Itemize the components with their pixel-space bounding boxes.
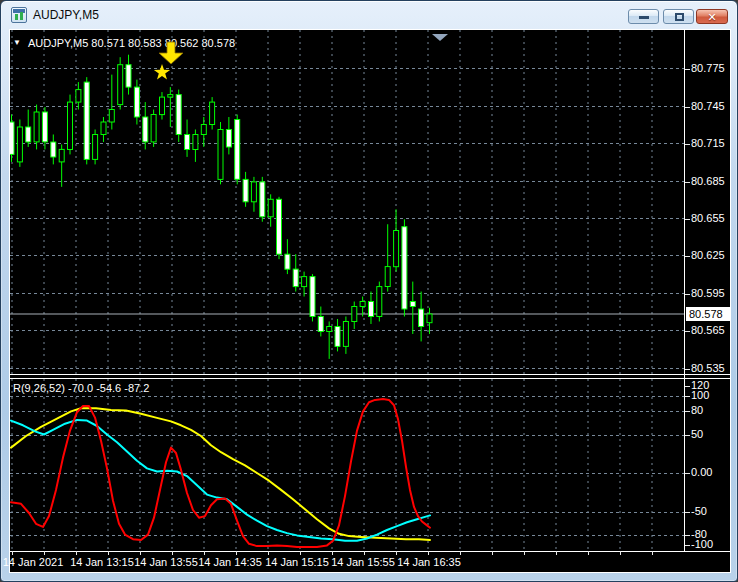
axis-tick xyxy=(364,551,365,555)
indicator-tick-label: 100 xyxy=(691,389,709,401)
axis-tick xyxy=(685,219,690,220)
axis-tick xyxy=(685,107,690,108)
star-marker-icon[interactable] xyxy=(154,64,170,79)
axis-tick xyxy=(460,551,461,555)
indicator-line-R-mid xyxy=(11,420,430,541)
price-tick-label: 80.775 xyxy=(691,62,725,74)
time-axis-label: 14 Jan 15:55 xyxy=(331,556,395,568)
axis-tick xyxy=(12,551,13,555)
axis-tick xyxy=(172,551,173,555)
indicator-tick-label: -100 xyxy=(691,538,713,550)
axis-tick xyxy=(685,512,690,513)
time-axis-label: 14 Jan 13:55 xyxy=(134,556,198,568)
axis-tick xyxy=(140,551,141,555)
time-axis-label: 14 Jan 2021 xyxy=(3,556,64,568)
axis-tick xyxy=(685,331,690,332)
indicator-line-R-slow xyxy=(11,408,430,540)
time-axis-label: 14 Jan 13:15 xyxy=(70,556,134,568)
axis-tick xyxy=(268,551,269,555)
indicator-tick-label: 0.00 xyxy=(691,466,712,478)
axis-tick xyxy=(492,551,493,555)
price-tick-label: 80.655 xyxy=(691,212,725,224)
pane-splitter-bottom[interactable] xyxy=(9,378,731,379)
price-tick-label: 80.535 xyxy=(691,362,725,374)
indicator-tick-label: 80 xyxy=(691,404,703,416)
price-tick-label: 80.565 xyxy=(691,324,725,336)
axis-tick xyxy=(685,294,690,295)
time-axis-separator xyxy=(9,551,731,552)
time-axis-label: 14 Jan 14:35 xyxy=(198,556,262,568)
axis-tick xyxy=(76,551,77,555)
time-axis-label: 14 Jan 16:35 xyxy=(397,556,461,568)
axis-tick xyxy=(236,551,237,555)
chart-canvas[interactable] xyxy=(1,1,738,582)
axis-tick xyxy=(620,551,621,555)
indicator-pane-grid xyxy=(10,379,684,551)
axis-tick xyxy=(685,386,690,387)
price-tick-label: 80.595 xyxy=(691,287,725,299)
indicator-tick-label: 50 xyxy=(691,428,703,440)
axis-tick xyxy=(685,256,690,257)
axis-tick xyxy=(685,545,690,546)
current-price-badge: 80.578 xyxy=(686,307,730,321)
axis-tick xyxy=(685,182,690,183)
axis-tick xyxy=(685,69,690,70)
axis-tick xyxy=(556,551,557,555)
chart-window: AUDJPY,M5 ✕ ▼ AUDJPY,M5 80.571 80.583 80… xyxy=(0,0,738,582)
axis-tick xyxy=(108,551,109,555)
axis-tick xyxy=(332,551,333,555)
axis-tick xyxy=(652,551,653,555)
axis-tick xyxy=(396,551,397,555)
price-tick-label: 80.625 xyxy=(691,249,725,261)
chart-shift-triangle-icon[interactable] xyxy=(432,34,448,41)
axis-tick xyxy=(204,551,205,555)
indicator-tick-label: -50 xyxy=(691,505,707,517)
axis-tick xyxy=(588,551,589,555)
axis-tick xyxy=(524,551,525,555)
time-axis-label: 14 Jan 15:15 xyxy=(265,556,329,568)
axis-tick xyxy=(685,535,690,536)
axis-tick xyxy=(685,473,690,474)
axis-tick xyxy=(44,551,45,555)
price-tick-label: 80.715 xyxy=(691,137,725,149)
axis-tick xyxy=(300,551,301,555)
price-tick-label: 80.745 xyxy=(691,100,725,112)
pane-splitter-top[interactable] xyxy=(9,374,731,375)
candles xyxy=(9,55,432,359)
axis-tick xyxy=(685,411,690,412)
axis-tick xyxy=(428,551,429,555)
axis-tick xyxy=(685,435,690,436)
axis-tick xyxy=(685,144,690,145)
arrow-down-marker-icon[interactable] xyxy=(159,42,183,64)
price-tick-label: 80.685 xyxy=(691,175,725,187)
axis-tick xyxy=(685,396,690,397)
axis-tick xyxy=(685,369,690,370)
